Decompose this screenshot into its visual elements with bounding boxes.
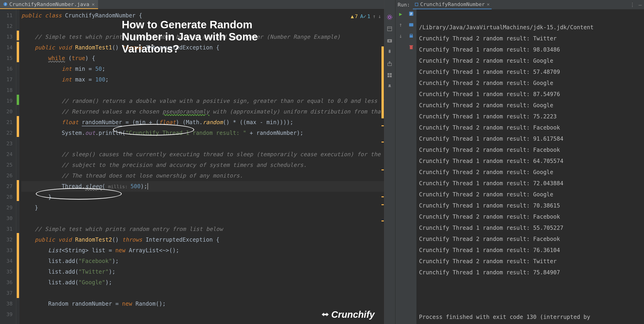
svg-rect-15	[390, 75, 392, 77]
console-line: Crunchify Thread 1 random result: 64.705…	[419, 155, 642, 167]
run-tab[interactable]: CrunchifyRandomNumber ×	[413, 0, 492, 9]
close-icon[interactable]: ×	[487, 1, 490, 7]
console-exit: Process finished with exit code 130 (int…	[419, 314, 594, 320]
run-label: Run:	[398, 2, 410, 8]
console-line: Crunchify Thread 2 random result: Twitte…	[419, 33, 642, 44]
console-line: Crunchify Thread 1 random result: 70.386…	[419, 200, 642, 211]
console-line: Crunchify Thread 2 random result: Google	[419, 189, 642, 200]
console-line: Crunchify Thread 2 random result: Facebo…	[419, 122, 642, 133]
console-line: Crunchify Thread 1 random result: 91.617…	[419, 133, 642, 144]
svg-rect-12	[388, 73, 389, 75]
svg-rect-20	[410, 34, 412, 35]
editor-body: ▶11 121314151617181920 21222324252627282…	[0, 9, 384, 324]
svg-rect-19	[410, 35, 413, 38]
svg-point-3	[387, 15, 392, 19]
minimize-icon[interactable]: —	[639, 2, 642, 8]
current-line: Thread.sleep( millis: 500);	[21, 181, 384, 192]
run-gutter-icon[interactable]: ▶11	[0, 10, 12, 21]
console-output[interactable]: /Library/Java/JavaVirtualMachines/jdk-15…	[417, 9, 644, 324]
console-line: Crunchify Thread 1 random result: 72.043…	[419, 178, 642, 189]
console-line: Crunchify Thread 2 random result: Google	[419, 77, 642, 89]
svg-point-7	[389, 40, 390, 42]
svg-point-2	[388, 16, 391, 18]
svg-rect-16	[415, 3, 418, 6]
console-line: Crunchify Thread 1 random result: 57.487…	[419, 66, 642, 77]
export-icon[interactable]	[386, 60, 393, 67]
gear-icon[interactable]	[386, 14, 393, 20]
editor-scrollbar-markers[interactable]	[381, 9, 384, 324]
svg-rect-8	[389, 50, 390, 53]
close-icon[interactable]: ×	[92, 1, 94, 7]
console-lines: Crunchify Thread 2 random result: Twitte…	[419, 33, 642, 278]
stop-icon[interactable]: ↑	[399, 21, 402, 28]
change-markers	[16, 9, 20, 324]
layout-icon[interactable]	[386, 25, 393, 32]
console-command: /Library/Java/JavaVirtualMachines/jdk-15…	[419, 24, 594, 31]
console-line: Crunchify Thread 2 random result: Facebo…	[419, 234, 642, 245]
editor-tab[interactable]: J CrunchifyRandomNumber.java ×	[0, 0, 98, 9]
console-line: Crunchify Thread 2 random result: Twitte…	[419, 256, 642, 267]
console-line: Crunchify Thread 2 random result: Facebo…	[419, 144, 642, 155]
side-toolbar	[384, 0, 396, 324]
console-line: Crunchify Thread 1 random result: 75.849…	[419, 267, 642, 278]
console-line: Crunchify Thread 1 random result: 75.222…	[419, 111, 642, 122]
svg-rect-21	[410, 46, 412, 49]
svg-rect-18	[409, 23, 413, 26]
run-tab-icon	[415, 2, 418, 6]
rerun-icon[interactable]: ▶	[399, 11, 402, 17]
svg-rect-4	[388, 27, 392, 31]
run-panel: Run: CrunchifyRandomNumber × ⋮ — ▶ ↑ ↓ /…	[396, 0, 644, 324]
plug-icon[interactable]	[386, 49, 393, 55]
run-tool-col-1: ▶ ↑ ↓	[396, 9, 406, 324]
svg-text:J: J	[5, 2, 6, 6]
line-number-gutter: ▶11 121314151617181920 21222324252627282…	[0, 9, 16, 324]
scroll-icon[interactable]	[409, 11, 414, 18]
console-line: Crunchify Thread 1 random result: 87.549…	[419, 89, 642, 100]
more-icon[interactable]: ⋮	[630, 2, 635, 8]
console-line: Crunchify Thread 1 random result: 76.361…	[419, 245, 642, 256]
editor-tab-label: CrunchifyRandomNumber.java	[9, 1, 89, 7]
camera-icon[interactable]	[386, 37, 393, 44]
console-line: Crunchify Thread 2 random result: Facebo…	[419, 211, 642, 222]
editor-panel: J CrunchifyRandomNumber.java × ▶11 12131…	[0, 0, 384, 324]
run-header: Run: CrunchifyRandomNumber × ⋮ —	[396, 0, 644, 9]
crunchify-logo: Crunchify	[320, 309, 375, 320]
pin-icon[interactable]	[386, 83, 393, 90]
print-icon[interactable]	[409, 33, 414, 40]
console-line: Crunchify Thread 2 random result: Google	[419, 55, 642, 66]
editor-tab-bar: J CrunchifyRandomNumber.java ×	[0, 0, 384, 9]
console-line: Crunchify Thread 1 random result: 55.705…	[419, 222, 642, 234]
run-tab-label: CrunchifyRandomNumber	[420, 1, 485, 7]
console-line: Crunchify Thread 2 random result: Google	[419, 100, 642, 111]
overlay-title: How to Generate Random Number in Java wi…	[122, 18, 261, 55]
console-line: Crunchify Thread 1 random result: 98.034…	[419, 44, 642, 55]
code-area[interactable]: ▲7 A✓1 ↑ ↓ public class CrunchifyRandomN…	[20, 9, 384, 324]
run-body: ▶ ↑ ↓ /Library/Java/JavaVirtualMachines/…	[396, 9, 644, 324]
wrap-icon[interactable]	[409, 22, 414, 29]
svg-rect-14	[388, 75, 389, 77]
trash-icon[interactable]	[409, 44, 414, 51]
java-file-icon: J	[3, 2, 8, 6]
svg-rect-13	[390, 73, 392, 75]
down-arrow-icon[interactable]: ↓	[399, 33, 402, 39]
console-line: Crunchify Thread 2 random result: Google	[419, 167, 642, 178]
svg-rect-22	[409, 45, 413, 46]
dashboard-icon[interactable]	[386, 72, 393, 78]
run-tool-col-2	[406, 9, 417, 324]
